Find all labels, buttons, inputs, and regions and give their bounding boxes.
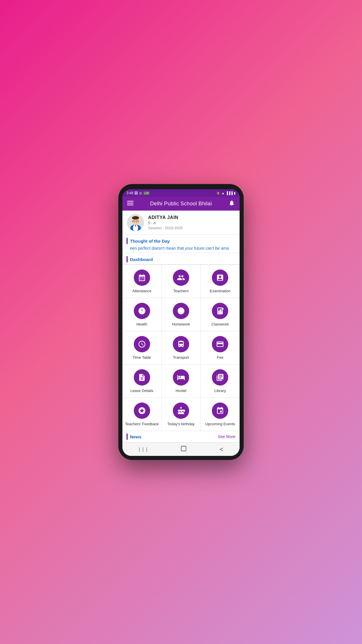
avatar: [127, 214, 144, 231]
grid-item-todaybirthday[interactable]: Today's birthday: [161, 398, 200, 431]
dashboard-border: [126, 256, 128, 262]
news-border: [126, 433, 128, 440]
grid-item-health[interactable]: Health: [122, 298, 161, 331]
health-label: Health: [136, 322, 147, 326]
grid-item-classwork[interactable]: Classwork: [201, 298, 240, 331]
transport-label: Transport: [173, 355, 189, 360]
phone-screen: 3:48 🖼 ◎ 100 🔇 ▲ ▐▐▐ ▮ Delhi Public Scho…: [122, 189, 240, 456]
transport-icon-circle: [173, 336, 189, 352]
wifi-icon: ▲: [222, 191, 225, 195]
app-bar: Delhi Public School Bhilai: [122, 197, 240, 211]
grid-item-attendance[interactable]: Attendance: [122, 265, 161, 298]
nav-prev-icon[interactable]: <: [219, 446, 223, 453]
leavedetails-icon-circle: [134, 369, 150, 386]
nav-home-icon[interactable]: [180, 445, 187, 454]
thought-section: Thought of the Day een perfect doesn't m…: [122, 235, 240, 253]
news-title: News: [130, 434, 141, 439]
thought-title: Thought of the Day: [130, 239, 170, 244]
nav-back-icon[interactable]: | | |: [139, 447, 148, 452]
classwork-icon-circle: [212, 303, 228, 319]
fee-label: Fee: [217, 355, 223, 360]
grid-item-leavedetails[interactable]: Leave Details: [122, 365, 161, 398]
grid-item-hostel[interactable]: Hostel: [161, 365, 200, 398]
thought-border: [126, 238, 128, 244]
profile-name: ADITYA JAIN: [148, 215, 235, 220]
thought-header: Thought of the Day: [126, 238, 236, 244]
status-bar: 3:48 🖼 ◎ 100 🔇 ▲ ▐▐▐ ▮: [122, 189, 240, 197]
battery-icon: ▮: [234, 191, 236, 195]
bottom-nav: | | | <: [122, 442, 240, 456]
todaybirthday-label: Today's birthday: [167, 422, 195, 426]
grid-item-library[interactable]: Library: [201, 365, 240, 398]
svg-rect-13: [181, 446, 186, 451]
hostel-icon-circle: [173, 369, 189, 386]
examination-icon-circle: [212, 270, 228, 286]
profile-section: ADITYA JAIN 5 - A Session : 2019-2020: [122, 211, 240, 235]
svg-rect-2: [127, 205, 133, 205]
share-icon: ◎: [139, 191, 142, 195]
profile-session: Session : 2019-2020: [148, 226, 235, 230]
grid-item-upcomingevents[interactable]: Upcoming Events: [201, 398, 240, 431]
timetable-label: Time Table: [133, 355, 151, 360]
library-icon-circle: [212, 369, 228, 386]
leavedetails-label: Leave Details: [130, 388, 153, 393]
number-icon: 100: [143, 191, 150, 195]
upcomingevents-label: Upcoming Events: [205, 422, 235, 426]
teachersfeedback-icon-circle: [134, 402, 150, 419]
dashboard-grid: Attendance Teachers Examination: [122, 265, 240, 431]
profile-info: ADITYA JAIN 5 - A Session : 2019-2020: [148, 215, 235, 230]
phone-wrapper: 3:48 🖼 ◎ 100 🔇 ▲ ▐▐▐ ▮ Delhi Public Scho…: [118, 184, 244, 460]
app-title: Delhi Public School Bhilai: [150, 201, 212, 207]
status-left: 3:48 🖼 ◎ 100: [126, 191, 150, 195]
classwork-label: Classwork: [211, 322, 229, 326]
dashboard-title: Dashboard: [130, 257, 153, 262]
upcomingevents-icon-circle: [212, 402, 228, 419]
grid-item-homework[interactable]: Homework: [161, 298, 200, 331]
mute-icon: 🔇: [216, 191, 220, 195]
teachers-icon-circle: [173, 270, 189, 286]
hostel-label: Hostel: [176, 388, 187, 393]
photo-icon: 🖼: [134, 191, 138, 195]
thought-text: een perfect doesn't mean that your futur…: [126, 246, 236, 251]
profile-class: 5 - A: [148, 221, 235, 225]
teachers-label: Teachers: [173, 289, 189, 293]
homework-label: Homework: [172, 322, 190, 326]
dashboard-section: Dashboard Attendance Teachers: [122, 253, 240, 442]
library-label: Library: [214, 388, 226, 393]
time-display: 3:48: [126, 191, 133, 195]
homework-icon-circle: [173, 303, 189, 319]
todaybirthday-icon-circle: [173, 402, 189, 419]
attendance-icon-circle: [134, 270, 150, 286]
see-more-link[interactable]: See More: [218, 434, 236, 439]
news-bar: News See More: [122, 431, 240, 442]
health-icon-circle: [134, 303, 150, 319]
grid-item-fee[interactable]: Fee: [201, 331, 240, 364]
dashboard-header: Dashboard: [122, 253, 240, 265]
examination-label: Examination: [210, 289, 231, 293]
svg-rect-0: [127, 201, 133, 202]
grid-item-transport[interactable]: Transport: [161, 331, 200, 364]
hamburger-icon[interactable]: [127, 200, 133, 208]
signal-icon: ▐▐▐: [226, 191, 233, 195]
bell-icon[interactable]: [229, 200, 235, 208]
teachersfeedback-label: Teachers' Feedback: [125, 422, 159, 426]
timetable-icon-circle: [134, 336, 150, 352]
attendance-label: Attendance: [132, 289, 152, 293]
status-right: 🔇 ▲ ▐▐▐ ▮: [216, 191, 236, 195]
grid-item-examination[interactable]: Examination: [201, 265, 240, 298]
grid-item-teachersfeedback[interactable]: Teachers' Feedback: [122, 398, 161, 431]
fee-icon-circle: [212, 336, 228, 352]
grid-item-teachers[interactable]: Teachers: [161, 265, 200, 298]
svg-rect-1: [127, 203, 133, 203]
grid-item-timetable[interactable]: Time Table: [122, 331, 161, 364]
svg-point-10: [132, 216, 139, 220]
